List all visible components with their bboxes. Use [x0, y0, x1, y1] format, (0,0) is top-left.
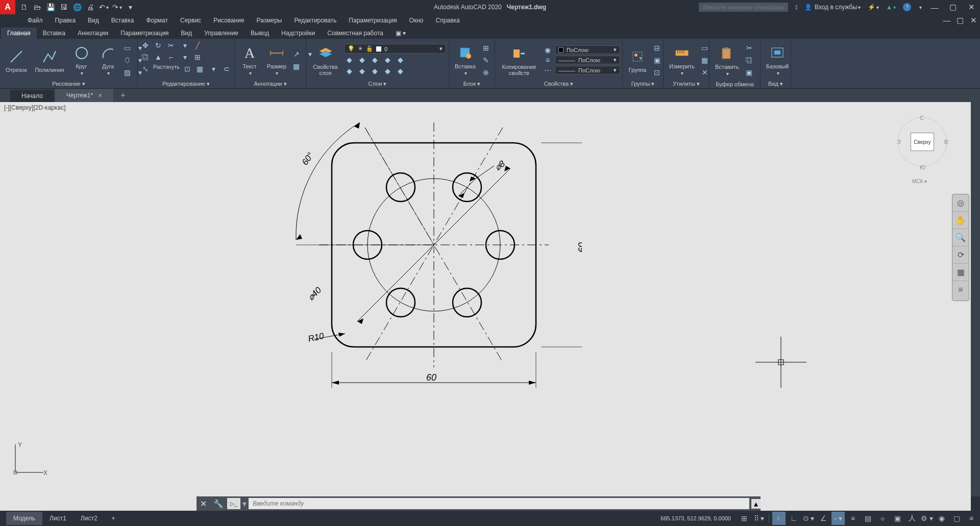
search-input[interactable]: [699, 3, 788, 12]
mirror-icon[interactable]: ▲: [153, 52, 163, 62]
layer-icon[interactable]: ◆: [357, 55, 367, 65]
wcs-label[interactable]: МСК ▾: [912, 179, 927, 184]
ungroup-icon[interactable]: ⊟: [652, 43, 662, 53]
stretch-icon[interactable]: ⤡: [140, 64, 151, 74]
erase-icon[interactable]: ╱: [192, 40, 203, 51]
orbit-icon[interactable]: ⟳: [952, 246, 969, 264]
polar-icon[interactable]: ∟: [787, 512, 800, 525]
tool-paste[interactable]: Вставить▾: [712, 43, 742, 78]
linetype-dropdown[interactable]: ———ПоСлою▾: [555, 66, 620, 74]
edit-block-icon[interactable]: ✎: [481, 55, 491, 65]
menu-view[interactable]: Вид: [82, 15, 105, 26]
panel-clip-title[interactable]: Буфер обмена: [712, 80, 757, 88]
cmd-close-icon[interactable]: ✕: [197, 498, 210, 509]
tool-circle[interactable]: Круг▾: [69, 43, 94, 77]
rect-icon[interactable]: ▭: [122, 43, 133, 53]
tab-addins[interactable]: Надстройки: [275, 28, 321, 39]
modeltab-layout1[interactable]: Лист1: [42, 512, 74, 525]
exchange-icon[interactable]: ⚡▾: [868, 4, 879, 11]
new-icon[interactable]: 🗋: [19, 3, 29, 12]
tool-arc[interactable]: Дуга▾: [96, 43, 120, 77]
wheel-icon[interactable]: ◎: [952, 194, 969, 212]
isodraft-icon[interactable]: ⊙ ▾: [802, 512, 815, 525]
help-icon[interactable]: ?: [903, 3, 911, 11]
tab-annotate[interactable]: Аннотации: [71, 28, 114, 39]
lineweight-dropdown[interactable]: ———ПоСлою▾: [555, 56, 620, 64]
panel-block-title[interactable]: Блок ▾: [452, 80, 492, 88]
tab-insert[interactable]: Вставка: [37, 28, 72, 39]
modeltab-layout2[interactable]: Лист2: [74, 512, 105, 525]
menu-window[interactable]: Окно: [403, 15, 430, 26]
layer-dropdown[interactable]: 💡☀🔓0▾: [344, 44, 446, 54]
vertical-scrollbar[interactable]: [971, 102, 980, 496]
tool-base-view[interactable]: Базовый▾: [763, 43, 792, 77]
viewport-label[interactable]: [-][Сверху][2D-каркас]: [4, 104, 66, 111]
tool-group[interactable]: Группа: [625, 46, 650, 74]
ortho-icon[interactable]: ⊦: [772, 512, 786, 525]
group-edit-icon[interactable]: ▣: [652, 55, 662, 65]
snap-icon[interactable]: ⠿ ▾: [752, 512, 766, 525]
layer-icon[interactable]: ◆: [344, 66, 354, 76]
grid-icon[interactable]: ⊞: [738, 512, 751, 525]
add-tab-button[interactable]: +: [114, 89, 131, 102]
layer-icon[interactable]: ◆: [395, 66, 405, 76]
copy-icon[interactable]: ⿻: [140, 52, 151, 62]
web-icon[interactable]: 🌐: [72, 3, 82, 12]
lineweight-icon[interactable]: ≡: [543, 55, 553, 65]
menu-help[interactable]: Справка: [430, 15, 466, 26]
lineweight-icon[interactable]: ≡: [846, 512, 860, 525]
doc-maximize-button[interactable]: ▢: [954, 16, 966, 25]
modeltab-model[interactable]: Модель: [6, 512, 42, 525]
tab-collaborate[interactable]: Совместная работа: [321, 28, 389, 39]
cmd-prompt-icon[interactable]: ▷_: [227, 498, 240, 509]
tab-view[interactable]: Вид: [175, 28, 199, 39]
menu-format[interactable]: Формат: [140, 15, 174, 26]
open-icon[interactable]: 🗁: [33, 3, 42, 12]
viewcube-s[interactable]: Ю: [920, 164, 925, 170]
layer-icon[interactable]: ◆: [344, 55, 354, 65]
point-icon[interactable]: ✕: [700, 67, 710, 78]
leader-icon[interactable]: ↗: [291, 49, 302, 59]
layer-icon[interactable]: ◆: [382, 66, 393, 76]
cycle-icon[interactable]: ⟐: [876, 512, 889, 525]
cut-icon[interactable]: ✂: [744, 43, 754, 53]
viewcube-top-face[interactable]: Сверху: [911, 133, 934, 151]
tab-manage[interactable]: Управление: [198, 28, 244, 39]
menu-modify[interactable]: Редактировать: [288, 15, 342, 26]
transparency-icon[interactable]: ▤: [861, 512, 874, 525]
custom-icon[interactable]: ≡: [965, 512, 978, 525]
tool-dimension[interactable]: Размер▾: [264, 43, 289, 77]
panel-props-title[interactable]: Свойства ▾: [498, 80, 620, 88]
viewcube[interactable]: Сверху С Ю В З МСК ▾: [894, 107, 950, 179]
qat-more-icon[interactable]: ▾: [126, 3, 135, 12]
annomonitor-icon[interactable]: ▣: [891, 512, 904, 525]
menu-dimension[interactable]: Размеры: [251, 15, 288, 26]
panel-utils-title[interactable]: Утилиты ▾: [666, 80, 706, 88]
array-icon[interactable]: ▦: [195, 64, 205, 74]
filetab-document[interactable]: Чертеж1*×: [55, 89, 114, 102]
doc-minimize-button[interactable]: —: [941, 16, 952, 25]
filetab-start[interactable]: Начало: [10, 90, 54, 102]
move-icon[interactable]: ✥: [140, 40, 151, 51]
otrack-icon[interactable]: ∠: [817, 512, 830, 525]
viewcube-w[interactable]: З: [897, 139, 901, 145]
menu-tools[interactable]: Сервис: [174, 15, 207, 26]
annoscale-icon[interactable]: 人: [905, 512, 919, 525]
viewcube-e[interactable]: В: [944, 139, 948, 145]
ellipse-icon[interactable]: ⬯: [122, 55, 133, 65]
tool-insert-block[interactable]: Вставка▾: [452, 43, 479, 77]
panel-annot-title[interactable]: Аннотации ▾: [237, 80, 303, 88]
cmd-wrench-icon[interactable]: 🔧: [212, 498, 225, 509]
tab-home[interactable]: Главная: [1, 28, 37, 39]
tab-featured[interactable]: ▣ ▾: [389, 28, 412, 39]
login-button[interactable]: 👤Вход в службы▾: [804, 4, 861, 11]
scale-icon[interactable]: ⊡: [182, 64, 192, 74]
paste-special-icon[interactable]: ▣: [744, 67, 754, 78]
workspace-icon[interactable]: ⚙ ▾: [920, 512, 934, 525]
panel-modify-title[interactable]: Редактирование ▾: [140, 80, 232, 88]
pan-icon[interactable]: ✋: [952, 212, 969, 229]
viewcube-n[interactable]: С: [920, 115, 924, 121]
cleanscreen-icon[interactable]: ▢: [950, 512, 963, 525]
rotate-icon[interactable]: ↻: [153, 40, 163, 51]
close-icon[interactable]: ×: [98, 91, 102, 99]
